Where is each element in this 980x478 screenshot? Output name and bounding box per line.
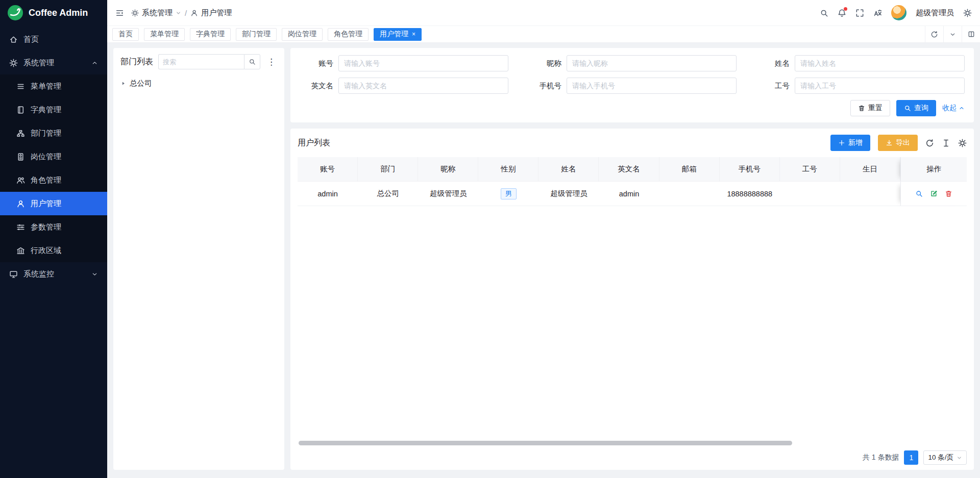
tab-role-mgmt[interactable]: 角色管理 (328, 28, 369, 41)
sidebar-item-label: 字典管理 (31, 105, 61, 115)
tab-user-mgmt[interactable]: 用户管理 × (374, 28, 422, 41)
cell-email (659, 182, 720, 206)
dept-tree: 总公司 (120, 76, 277, 91)
en-name-input[interactable] (338, 78, 508, 94)
user-name[interactable]: 超级管理员 (916, 8, 954, 18)
reset-button[interactable]: 重置 (850, 100, 890, 116)
page-size-select[interactable]: 10 条/页 (923, 450, 967, 465)
sidebar-item-param-mgmt[interactable]: 参数管理 (0, 215, 107, 239)
chevron-down-icon (91, 271, 98, 278)
dept-search-input[interactable] (158, 54, 244, 69)
app-logo[interactable]: Coffee Admin (0, 0, 107, 26)
sidebar-item-role-mgmt[interactable]: 角色管理 (0, 168, 107, 192)
refresh-icon[interactable] (925, 26, 943, 42)
tab-label: 首页 (118, 30, 133, 39)
column-header: 部门 (358, 157, 418, 182)
menu-fold-icon[interactable] (115, 9, 124, 17)
cell-gender: 男 (478, 182, 538, 206)
table-empty-space (298, 206, 967, 441)
sidebar-item-label: 用户管理 (31, 199, 61, 209)
sidebar-item-user-mgmt[interactable]: 用户管理 (0, 192, 107, 215)
column-header: 生日 (840, 157, 900, 182)
content-expand-icon[interactable] (962, 26, 980, 42)
cell-dept: 总公司 (358, 182, 418, 206)
fullscreen-icon[interactable] (855, 9, 864, 17)
chevron-up-icon (91, 60, 98, 66)
breadcrumb-page[interactable]: 用户管理 (190, 8, 232, 18)
account-input[interactable] (338, 55, 508, 71)
column-header: 英文名 (599, 157, 659, 182)
sidebar-item-label: 角色管理 (31, 175, 61, 185)
reset-label: 重置 (868, 104, 883, 113)
page-button-1[interactable]: 1 (904, 450, 918, 465)
table-settings-gear-icon[interactable] (958, 139, 967, 147)
plus-icon (838, 139, 845, 146)
sidebar-item-post-mgmt[interactable]: 岗位管理 (0, 145, 107, 168)
dept-search-button[interactable] (244, 54, 260, 69)
cell-job-no (780, 182, 840, 206)
sidebar-group-monitor[interactable]: 系统监控 (0, 262, 107, 286)
app-title: Coffee Admin (29, 8, 88, 18)
dept-panel-title: 部门列表 (120, 57, 153, 67)
sidebar-item-dept-mgmt[interactable]: 部门管理 (0, 121, 107, 145)
breadcrumb-label: 系统管理 (142, 8, 173, 18)
add-label: 新增 (848, 138, 863, 147)
monitor-icon (9, 270, 18, 279)
cell-en-name: admin (599, 182, 659, 206)
bell-icon[interactable] (838, 9, 846, 17)
export-button[interactable]: 导出 (878, 135, 918, 151)
dept-panel: 部门列表 ⋮ 总公司 (113, 48, 284, 470)
sidebar-menu: 首页 系统管理 菜单管理 字典管理 部门管理 岗位管理 (0, 26, 107, 478)
tab-home[interactable]: 首页 (112, 28, 139, 41)
tab-menu-mgmt[interactable]: 菜单管理 (144, 28, 185, 41)
tab-options-chevron-down-icon[interactable] (943, 26, 962, 42)
table-toolbar: 新增 导出 (830, 135, 967, 151)
table-refresh-icon[interactable] (925, 139, 934, 147)
tab-dict-mgmt[interactable]: 字典管理 (190, 28, 231, 41)
search-icon (904, 105, 911, 112)
gear-icon (9, 59, 18, 67)
tab-label: 岗位管理 (288, 30, 316, 39)
view-search-icon[interactable] (915, 190, 923, 197)
tab-dept-mgmt[interactable]: 部门管理 (236, 28, 277, 41)
scrollbar-thumb[interactable] (299, 441, 792, 445)
sidebar-item-label: 菜单管理 (31, 82, 61, 91)
main-area: 系统管理 / 用户管理 超级管理员 首页 菜单管理 字典管理 部门管理 岗位管理… (107, 0, 980, 478)
user-icon (190, 9, 198, 17)
chevron-down-icon (957, 455, 962, 461)
collapse-link[interactable]: 收起 (942, 104, 965, 113)
sidebar-item-region-mgmt[interactable]: 行政区域 (0, 239, 107, 262)
close-icon[interactable]: × (412, 31, 415, 37)
settings-gear-icon[interactable] (963, 9, 972, 17)
sidebar-group-system[interactable]: 系统管理 (0, 51, 107, 74)
cell-phone: 18888888888 (720, 182, 780, 206)
nickname-input[interactable] (567, 55, 737, 71)
name-input[interactable] (795, 55, 965, 71)
sidebar-item-dict-mgmt[interactable]: 字典管理 (0, 98, 107, 121)
list-icon (16, 82, 25, 91)
chevron-up-icon (959, 105, 965, 111)
sidebar-item-home[interactable]: 首页 (0, 28, 107, 51)
phone-input[interactable] (567, 78, 737, 94)
avatar[interactable] (891, 5, 906, 20)
translate-icon[interactable] (873, 9, 882, 17)
breadcrumb-system[interactable]: 系统管理 (131, 8, 181, 18)
field-en-name: 英文名 (300, 78, 508, 94)
tab-post-mgmt[interactable]: 岗位管理 (282, 28, 323, 41)
sidebar-item-label: 首页 (23, 35, 39, 44)
delete-trash-icon[interactable] (945, 190, 952, 197)
row-height-icon[interactable] (942, 139, 950, 147)
column-header-actions: 操作 (900, 157, 967, 182)
search-icon[interactable] (820, 9, 828, 17)
field-label: 昵称 (528, 59, 561, 68)
add-button[interactable]: 新增 (830, 135, 870, 151)
sidebar-item-menu-mgmt[interactable]: 菜单管理 (0, 74, 107, 98)
more-options-icon[interactable]: ⋮ (265, 58, 277, 66)
query-button[interactable]: 查询 (896, 100, 936, 116)
users-icon (16, 176, 25, 185)
topbar-actions: 超级管理员 (820, 5, 972, 20)
tree-node-root[interactable]: 总公司 (120, 76, 277, 91)
edit-icon[interactable] (930, 190, 938, 197)
search-icon (249, 58, 256, 65)
job-no-input[interactable] (795, 78, 965, 94)
